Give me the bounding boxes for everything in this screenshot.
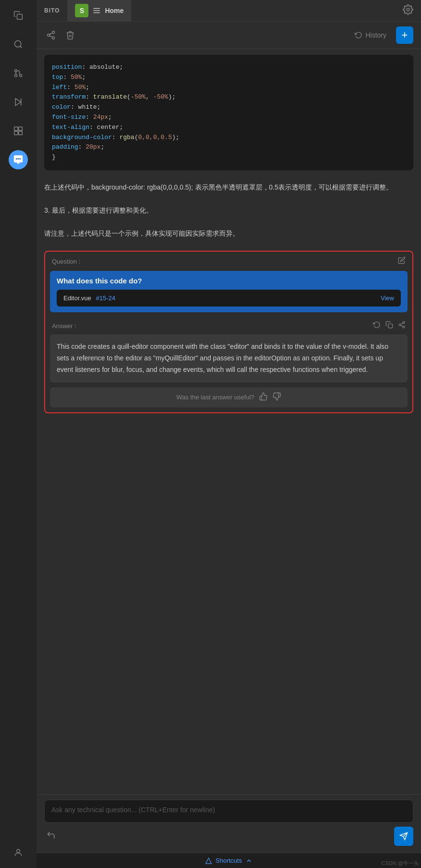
svg-point-14 — [17, 849, 20, 853]
answer-header: Answer : — [45, 317, 412, 334]
shortcuts-bar[interactable]: Shortcuts — [37, 853, 421, 868]
sidebar-icon-copy[interactable] — [9, 6, 28, 25]
answer-label: Answer : — [52, 322, 76, 330]
answer-body: This code creates a quill-editor compone… — [50, 334, 408, 382]
svg-point-27 — [403, 326, 405, 328]
main-panel: BITO S Home — [37, 0, 421, 868]
svg-rect-10 — [19, 131, 23, 135]
topbar: BITO S Home — [37, 0, 421, 22]
feedback-bar: Was the last answer useful? — [50, 387, 408, 408]
chat-text-2: 3. 最后，根据需要进行调整和美化。 — [37, 199, 421, 222]
watermark-text: CSDN @牛一头 — [382, 860, 419, 866]
svg-line-28 — [401, 325, 403, 327]
svg-marker-5 — [15, 99, 21, 106]
chat-text-2-content: 3. 最后，根据需要进行调整和美化。 — [44, 206, 153, 214]
actionbar: History + — [37, 22, 421, 49]
chat-area: position: absolute; top: 50%; left: 50%;… — [37, 49, 421, 868]
share-button[interactable] — [44, 28, 58, 42]
sidebar-icon-chat[interactable] — [9, 150, 28, 169]
shortcuts-chevron-icon — [246, 857, 252, 864]
answer-text: This code creates a quill-editor compone… — [57, 343, 388, 373]
regenerate-button[interactable] — [373, 321, 381, 331]
chat-text-1: 在上述代码中，background-color: rgba(0,0,0,0.5)… — [37, 176, 421, 199]
add-icon: + — [402, 29, 408, 41]
input-area: Ask any technical question... (CTRL+Ente… — [37, 794, 421, 853]
svg-rect-0 — [17, 14, 23, 20]
svg-point-19 — [52, 31, 55, 34]
svg-marker-32 — [206, 858, 211, 864]
thumbdown-button[interactable] — [272, 392, 281, 403]
svg-line-22 — [50, 36, 52, 37]
settings-button[interactable] — [395, 0, 421, 21]
input-placeholder-text: Ask any technical question... (CTRL+Ente… — [51, 806, 215, 814]
svg-point-3 — [15, 70, 17, 72]
menu-icon — [92, 6, 101, 15]
svg-point-2 — [20, 75, 22, 77]
history-label: History — [365, 31, 386, 39]
sidebar-icon-account[interactable] — [9, 843, 28, 862]
svg-rect-8 — [19, 127, 23, 131]
sidebar-icon-search[interactable] — [9, 35, 28, 54]
shortcuts-label: Shortcuts — [216, 857, 242, 864]
question-label: Question : — [52, 258, 80, 265]
tab-label: Home — [105, 7, 124, 14]
shortcuts-triangle-icon — [205, 857, 212, 864]
chat-text-3: 请注意，上述代码只是一个示例，具体实现可能因实际需求而异。 — [37, 222, 421, 245]
svg-point-13 — [19, 158, 21, 160]
svg-rect-9 — [14, 131, 18, 135]
svg-point-21 — [52, 37, 55, 39]
question-body: What does this code do? Editor.vue #15-2… — [50, 271, 408, 312]
question-header: Question : — [45, 252, 412, 271]
sidebar — [0, 0, 37, 868]
copy-answer-button[interactable] — [385, 321, 393, 331]
app-logo: BITO — [37, 3, 67, 18]
file-name: Editor.vue — [63, 294, 91, 302]
qa-card: Question : What does this code do? Edito… — [44, 251, 413, 413]
view-button[interactable]: View — [381, 294, 394, 302]
chat-text-3-content: 请注意，上述代码只是一个示例，具体实现可能因实际需求而异。 — [44, 230, 239, 237]
chat-input-placeholder[interactable]: Ask any technical question... (CTRL+Ente… — [44, 800, 413, 823]
sidebar-icon-run[interactable] — [9, 92, 28, 112]
svg-point-18 — [407, 8, 409, 11]
svg-rect-7 — [14, 127, 18, 131]
svg-point-20 — [48, 34, 50, 37]
input-controls — [44, 823, 413, 848]
share-answer-button[interactable] — [398, 321, 406, 331]
history-icon — [355, 31, 362, 39]
edit-icon[interactable] — [398, 256, 406, 266]
question-text: What does this code do? — [57, 277, 401, 285]
svg-point-26 — [399, 324, 401, 326]
file-range: #15-24 — [96, 294, 115, 302]
question-file-reference: Editor.vue #15-24 View — [57, 290, 401, 306]
history-button[interactable]: History — [351, 29, 390, 41]
svg-point-11 — [16, 158, 17, 160]
feedback-text: Was the last answer useful? — [176, 394, 254, 401]
tab-avatar: S — [75, 4, 88, 17]
add-button[interactable]: + — [396, 26, 413, 44]
watermark: CSDN @牛一头 — [382, 860, 419, 867]
thumbup-button[interactable] — [259, 392, 268, 403]
sidebar-icon-extensions[interactable] — [9, 121, 28, 140]
svg-rect-24 — [388, 324, 393, 328]
svg-line-23 — [50, 33, 52, 34]
chat-text-1-content: 在上述代码中，background-color: rgba(0,0,0,0.5)… — [44, 183, 393, 191]
svg-point-4 — [15, 75, 17, 77]
code-block: position: absolute; top: 50%; left: 50%;… — [44, 55, 413, 170]
svg-line-29 — [401, 323, 403, 325]
delete-button[interactable] — [63, 28, 77, 42]
answer-actions — [373, 321, 406, 331]
home-tab[interactable]: S Home — [67, 0, 131, 21]
svg-point-25 — [403, 322, 405, 324]
send-button[interactable] — [394, 827, 413, 846]
sidebar-icon-git[interactable] — [9, 64, 28, 83]
undo-button[interactable] — [44, 829, 58, 844]
svg-point-1 — [15, 41, 21, 47]
svg-point-12 — [18, 158, 19, 160]
